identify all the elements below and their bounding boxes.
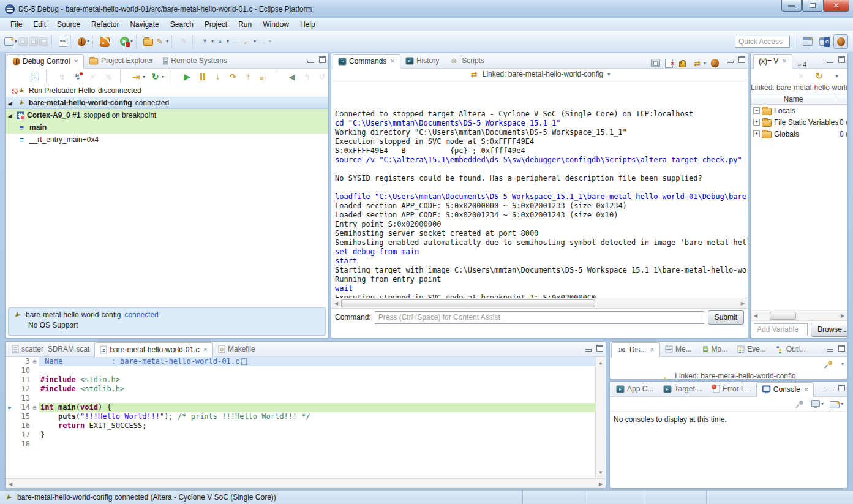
- variables-toolbar-button[interactable]: [796, 69, 806, 83]
- maximize-view-icon[interactable]: [838, 56, 845, 63]
- dropdown-arrow-icon[interactable]: [821, 401, 824, 407]
- toolbar-button[interactable]: [120, 34, 133, 49]
- line-number[interactable]: 15: [14, 412, 30, 421]
- view-tab[interactable]: Console: [756, 382, 814, 397]
- tree-expander-icon[interactable]: [753, 107, 760, 114]
- debug-toolbar-button[interactable]: [131, 69, 145, 84]
- scroll-right-icon[interactable]: ▶: [596, 481, 606, 487]
- toolbar-button[interactable]: [257, 34, 271, 49]
- close-window-button[interactable]: ✕: [823, 0, 849, 12]
- toolbar-button[interactable]: [154, 34, 168, 49]
- code-line[interactable]: 10: [6, 366, 595, 375]
- perspective-button[interactable]: [833, 34, 848, 49]
- line-number[interactable]: 12: [14, 385, 30, 394]
- debug-toolbar-button[interactable]: [258, 69, 269, 84]
- fold-toggle-icon[interactable]: [30, 431, 39, 440]
- commands-toolbar-button[interactable]: [692, 56, 706, 70]
- view-tab[interactable]: Eve...: [732, 342, 771, 356]
- view-tab[interactable]: App C...: [611, 382, 658, 396]
- open-console-button[interactable]: [830, 397, 843, 412]
- fold-toggle-icon[interactable]: [30, 385, 39, 394]
- scrollbar-thumb[interactable]: [341, 299, 595, 307]
- dropdown-arrow-icon[interactable]: [87, 39, 89, 44]
- line-number[interactable]: 17: [14, 431, 30, 440]
- quick-access-input[interactable]: [735, 36, 790, 48]
- display-console-button[interactable]: [811, 397, 824, 412]
- toolbar-button[interactable]: [111, 34, 119, 49]
- fold-toggle-icon[interactable]: [30, 366, 39, 375]
- line-number[interactable]: 18: [14, 440, 30, 449]
- maximize-view-icon[interactable]: [738, 56, 745, 63]
- code-line[interactable]: 13: [6, 394, 595, 403]
- view-tab[interactable]: Scripts: [444, 53, 489, 68]
- editor-tab[interactable]: Makefile: [213, 342, 260, 356]
- debug-toolbar-button[interactable]: [302, 69, 312, 84]
- toolbar-button[interactable]: [170, 34, 178, 49]
- view-tab[interactable]: History: [400, 53, 444, 68]
- toolbar-button[interactable]: [179, 34, 189, 49]
- debug-toolbar-button[interactable]: [169, 69, 177, 84]
- minimize-view-icon[interactable]: [727, 61, 734, 63]
- debug-tree-row[interactable]: bare-metal-hello-world-config connected: [6, 97, 328, 109]
- close-tab-icon[interactable]: [804, 386, 809, 393]
- toolbar-button[interactable]: [200, 34, 214, 49]
- dropdown-arrow-icon[interactable]: [841, 401, 843, 407]
- commands-toolbar-button[interactable]: [665, 56, 673, 70]
- view-tab[interactable]: Outl...: [771, 342, 811, 356]
- toolbar-button[interactable]: [18, 34, 28, 49]
- dropdown-arrow-icon[interactable]: [211, 39, 214, 44]
- debug-toolbar-button[interactable]: [150, 69, 164, 84]
- code-line[interactable]: 17 }: [6, 431, 595, 440]
- view-tab[interactable]: Mo...: [697, 342, 733, 356]
- menu-item[interactable]: Refactor: [86, 19, 124, 30]
- code-editor[interactable]: 3 Name : bare-metal-hello-world-01.c 10 …: [6, 357, 606, 478]
- debug-toolbar-button[interactable]: [182, 69, 192, 84]
- maximize-view-icon[interactable]: [838, 385, 845, 391]
- scroll-left-icon[interactable]: ◀: [6, 481, 15, 487]
- dropdown-arrow-icon[interactable]: [607, 72, 610, 77]
- variables-linked-label[interactable]: Linked: bare-metal-hello-world-config: [751, 83, 847, 94]
- commands-toolbar-button[interactable]: [711, 56, 719, 70]
- view-tab[interactable]: Error L...: [708, 382, 756, 396]
- editor-horizontal-scrollbar[interactable]: ◀ ▶: [6, 478, 606, 489]
- toolbar-button[interactable]: [190, 34, 198, 49]
- fold-toggle-icon[interactable]: [30, 440, 39, 449]
- toolbar-button[interactable]: [50, 34, 58, 49]
- code-line[interactable]: 15 puts("!!!Hello World!!!"); /* prints …: [6, 412, 595, 421]
- close-tab-icon[interactable]: [390, 58, 395, 64]
- dropdown-arrow-icon[interactable]: [166, 39, 168, 44]
- minimize-view-icon[interactable]: [827, 349, 833, 352]
- menu-item[interactable]: Run: [233, 19, 257, 30]
- scroll-down-icon[interactable]: ▼: [599, 468, 603, 477]
- menu-item[interactable]: Source: [51, 19, 86, 30]
- menu-item[interactable]: Edit: [28, 19, 51, 30]
- editor-tab[interactable]: bare-metal-hello-world-01.c: [94, 342, 213, 357]
- debug-toolbar-button[interactable]: [228, 69, 238, 84]
- toolbar-button[interactable]: [39, 34, 48, 49]
- maximize-view-icon[interactable]: [596, 345, 603, 352]
- debug-tree-row[interactable]: __rt_entry_main+0x4: [6, 134, 328, 146]
- debug-toolbar-button[interactable]: [44, 69, 52, 84]
- scroll-right-icon[interactable]: ▶: [838, 313, 847, 318]
- tree-expander-icon[interactable]: [8, 100, 17, 106]
- maximize-view-icon[interactable]: [838, 345, 845, 352]
- close-tab-icon[interactable]: [782, 58, 787, 64]
- debug-toolbar-button[interactable]: [317, 69, 328, 84]
- fold-toggle-icon[interactable]: [30, 421, 39, 431]
- close-tab-icon[interactable]: [650, 347, 655, 353]
- tree-expander-icon[interactable]: [8, 112, 17, 118]
- debug-toolbar-button[interactable]: [274, 69, 282, 84]
- view-tab[interactable]: Target ...: [658, 382, 708, 396]
- tab-overflow-indicator[interactable]: 4: [797, 61, 806, 68]
- fold-toggle-icon[interactable]: [30, 375, 39, 385]
- commands-toolbar-button[interactable]: [651, 56, 660, 70]
- debug-tree-row[interactable]: Cortex-A9_0 #1 stopped on breakpoint: [6, 109, 328, 121]
- view-tab[interactable]: Debug Control: [7, 54, 84, 69]
- command-input[interactable]: [375, 311, 704, 324]
- code-line[interactable]: 16 return EXIT_SUCCESS;: [6, 421, 595, 431]
- minimize-view-icon[interactable]: [307, 61, 314, 63]
- debug-toolbar-button[interactable]: [287, 69, 297, 84]
- line-number[interactable]: 10: [14, 366, 30, 375]
- menu-item[interactable]: Search: [165, 19, 199, 30]
- toolbar-button[interactable]: [100, 34, 110, 49]
